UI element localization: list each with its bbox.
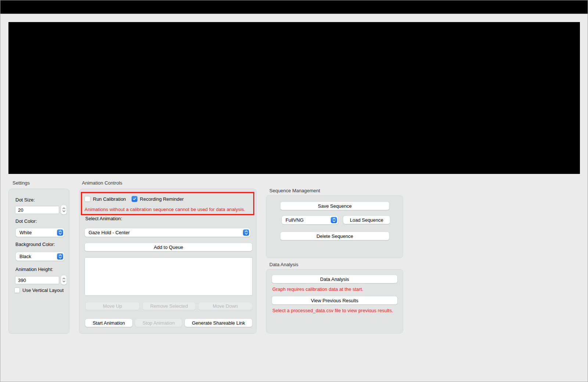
app-window: Settings Dot Size: 20 Dot Color: White B… xyxy=(0,0,588,382)
data-analysis-title: Data Analysis xyxy=(269,262,298,267)
top-black-bar xyxy=(0,0,588,14)
recording-reminder-label: Recording Reminder xyxy=(140,196,184,202)
dot-size-input[interactable]: 20 xyxy=(15,206,59,214)
settings-title: Settings xyxy=(12,180,30,186)
data-analysis-button[interactable]: Data Analysis xyxy=(272,275,397,283)
stop-animation-button[interactable]: Stop Animation xyxy=(135,319,182,327)
move-up-button[interactable]: Move Up xyxy=(86,302,139,310)
load-sequence-button[interactable]: Load Sequence xyxy=(343,216,390,224)
sequence-select[interactable]: FullVNG xyxy=(282,216,338,224)
animation-controls-panel: Run Calibration Recording Reminder Anima… xyxy=(79,189,257,334)
add-to-queue-button[interactable]: Add to Queue xyxy=(85,243,252,251)
generate-shareable-link-button[interactable]: Generate Shareable Link xyxy=(185,319,252,327)
popup-chevrons-icon xyxy=(57,229,63,236)
animation-queue-list[interactable] xyxy=(85,257,252,296)
animation-select[interactable]: Gaze Hold - Center xyxy=(85,228,250,237)
background-color-label: Background Color: xyxy=(15,242,55,247)
popup-chevrons-icon xyxy=(331,217,337,223)
dot-color-value: White xyxy=(19,230,32,235)
save-sequence-button[interactable]: Save Sequence xyxy=(280,202,389,210)
background-color-value: Black xyxy=(19,254,31,259)
move-down-button[interactable]: Move Down xyxy=(198,302,252,310)
dot-size-label: Dot Size: xyxy=(15,197,35,203)
animation-height-label: Animation Height: xyxy=(15,267,53,272)
sequence-select-value: FullVNG xyxy=(286,217,304,223)
chevron-up-icon xyxy=(62,278,65,279)
select-animation-label: Select Animation: xyxy=(85,216,122,221)
animation-height-input[interactable]: 390 xyxy=(15,276,59,284)
popup-chevrons-icon xyxy=(243,229,249,236)
recording-reminder-checkbox[interactable] xyxy=(132,196,137,202)
remove-selected-button[interactable]: Remove Selected xyxy=(143,302,196,310)
delete-sequence-button[interactable]: Delete Sequence xyxy=(280,232,389,240)
sequence-management-title: Sequence Management xyxy=(269,188,320,193)
animation-select-value: Gaze Hold - Center xyxy=(89,230,130,235)
chevron-down-icon xyxy=(62,210,65,212)
graph-warning-text: Graph requires calibration data at the s… xyxy=(272,286,363,292)
run-calibration-checkbox[interactable] xyxy=(85,196,90,202)
dot-size-stepper[interactable] xyxy=(61,205,67,214)
dot-color-label: Dot Color: xyxy=(15,218,37,224)
run-calibration-label: Run Calibration xyxy=(93,196,126,202)
sequence-management-panel: Save Sequence FullVNG Load Sequence Dele… xyxy=(266,195,403,258)
dot-color-select[interactable]: White xyxy=(16,228,64,237)
start-animation-button[interactable]: Start Animation xyxy=(85,319,132,327)
settings-panel: Dot Size: 20 Dot Color: White Background… xyxy=(8,189,69,334)
view-previous-results-button[interactable]: View Previous Results xyxy=(272,296,397,304)
data-analysis-panel: Data Analysis Graph requires calibration… xyxy=(266,269,403,333)
use-vertical-layout-label: Use Vertical Layout xyxy=(22,288,64,293)
animation-controls-title: Animation Controls xyxy=(82,180,122,186)
background-color-select[interactable]: Black xyxy=(16,252,64,261)
calibration-warning-text: Animations without a calibration sequenc… xyxy=(85,207,245,212)
chevron-down-icon xyxy=(62,281,65,282)
animation-canvas xyxy=(8,22,580,174)
popup-chevrons-icon xyxy=(57,253,63,260)
chevron-up-icon xyxy=(62,207,65,209)
animation-height-stepper[interactable] xyxy=(61,275,67,285)
results-hint-text: Select a processed_data.csv file to view… xyxy=(272,308,393,313)
calibration-warning-box: Run Calibration Recording Reminder Anima… xyxy=(81,192,254,215)
use-vertical-layout-checkbox[interactable] xyxy=(14,288,20,293)
